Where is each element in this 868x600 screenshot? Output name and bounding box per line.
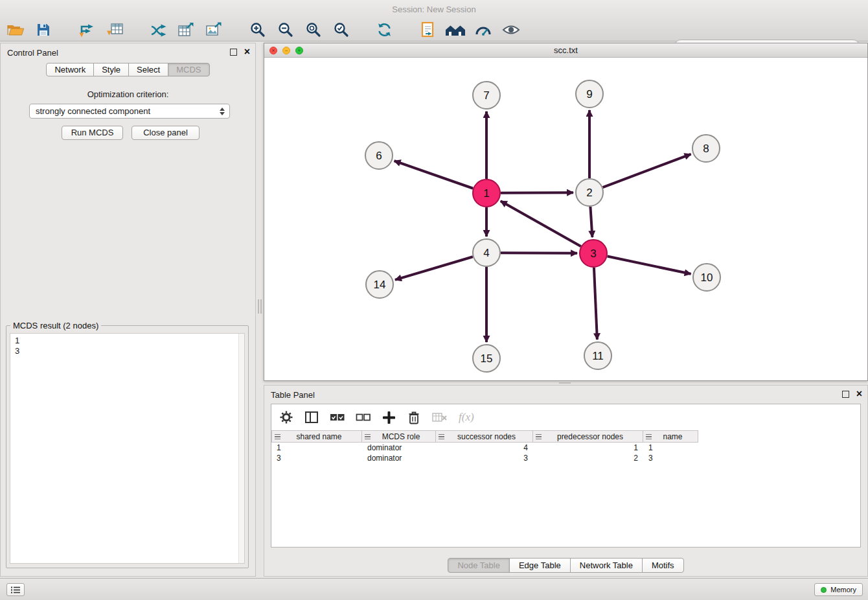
- window-titlebar: Session: New Session: [0, 0, 868, 18]
- memory-button[interactable]: Memory: [814, 583, 863, 596]
- graph-node-label: 10: [701, 271, 713, 284]
- tab-select[interactable]: Select: [128, 63, 168, 76]
- column-type-icon: [275, 434, 280, 439]
- tab-mcds[interactable]: MCDS: [168, 63, 209, 76]
- zoom-selected-icon[interactable]: [330, 20, 351, 40]
- table-cell: 1: [271, 443, 362, 453]
- node-table-header: shared nameMCDS rolesuccessor nodesprede…: [271, 430, 860, 443]
- table-cell: 1: [643, 443, 698, 453]
- close-panel-icon[interactable]: ×: [244, 46, 250, 58]
- criterion-dropdown[interactable]: strongly connected component: [29, 104, 230, 119]
- close-window-icon[interactable]: ×: [269, 47, 277, 54]
- graph-edge-1-2[interactable]: [501, 192, 573, 193]
- export-table-icon[interactable]: [176, 20, 196, 40]
- copy-document-icon[interactable]: [417, 20, 438, 40]
- graph-edge-2-3[interactable]: [590, 207, 592, 237]
- zoom-in-icon[interactable]: [247, 20, 268, 40]
- column-header-name[interactable]: name: [643, 430, 698, 443]
- table-toolbar: f(x): [271, 404, 860, 430]
- window-title: Session: New Session: [392, 5, 475, 14]
- column-header-label: successor nodes: [444, 432, 532, 441]
- graph-node-label: 3: [590, 248, 596, 260]
- task-list-icon[interactable]: [6, 583, 25, 596]
- columns-icon[interactable]: [304, 410, 319, 425]
- tab-edge-table[interactable]: Edge Table: [509, 558, 571, 573]
- network-share-icon[interactable]: [148, 20, 168, 40]
- column-header-shared-name[interactable]: shared name: [271, 430, 362, 443]
- graph-node-label: 15: [481, 352, 493, 365]
- import-network-icon[interactable]: [76, 20, 97, 40]
- graph-node-label: 4: [483, 247, 489, 259]
- delete-table-icon[interactable]: [432, 410, 448, 425]
- column-header-successor-nodes[interactable]: successor nodes: [436, 430, 533, 443]
- function-icon[interactable]: f(x): [459, 410, 474, 425]
- add-column-icon[interactable]: [382, 410, 396, 425]
- column-header-mcds-role[interactable]: MCDS role: [362, 430, 436, 443]
- dropdown-arrows-icon: [218, 106, 227, 117]
- column-header-predecessor-nodes[interactable]: predecessor nodes: [533, 430, 643, 443]
- panel-splitter[interactable]: [257, 295, 262, 318]
- deselect-all-icon[interactable]: [356, 410, 371, 425]
- import-table-icon[interactable]: [104, 20, 125, 40]
- main-toolbar: [0, 18, 868, 41]
- tab-motifs[interactable]: Motifs: [642, 558, 684, 573]
- tab-network-table[interactable]: Network Table: [570, 558, 643, 573]
- column-header-label: name: [652, 432, 698, 441]
- run-mcds-button[interactable]: Run MCDS: [62, 126, 123, 140]
- zoom-fit-icon[interactable]: [303, 20, 323, 40]
- float-panel-icon[interactable]: [230, 49, 237, 56]
- table-cell: 3: [271, 453, 362, 463]
- mcds-result-listbox[interactable]: 1 3: [10, 333, 245, 564]
- home-network-icon[interactable]: [445, 20, 466, 40]
- graph-edge-1-6[interactable]: [394, 161, 474, 188]
- close-panel-button[interactable]: Close panel: [131, 126, 200, 140]
- graph-edge-4-14[interactable]: [395, 257, 473, 280]
- graph-edge-3-11[interactable]: [594, 268, 597, 340]
- column-header-label: predecessor nodes: [542, 432, 643, 441]
- network-window-titlebar[interactable]: × − + scc.txt: [264, 43, 867, 58]
- result-scrollbar[interactable]: [238, 334, 244, 563]
- zoom-out-icon[interactable]: [275, 20, 295, 40]
- table-row[interactable]: 1dominator411: [271, 443, 860, 453]
- table-row[interactable]: 3dominator323: [271, 453, 860, 463]
- table-cell: dominator: [362, 453, 436, 463]
- node-table-card: f(x) shared nameMCDS rolesuccessor nodes…: [271, 404, 861, 548]
- export-image-icon[interactable]: [203, 20, 224, 40]
- delete-column-icon[interactable]: [407, 410, 421, 425]
- table-panel: Table Panel ×: [264, 385, 868, 577]
- memory-label: Memory: [830, 586, 856, 594]
- network-canvas[interactable]: 1234678910111415: [264, 58, 867, 380]
- table-cell: dominator: [362, 443, 436, 453]
- minimize-window-icon[interactable]: −: [282, 47, 290, 54]
- tab-network[interactable]: Network: [46, 63, 94, 76]
- graph-edge-2-8[interactable]: [603, 154, 691, 187]
- table-cell: 2: [533, 453, 643, 463]
- tab-node-table[interactable]: Node Table: [448, 558, 510, 573]
- graph-edge-4-3[interactable]: [501, 253, 577, 253]
- graph-edge-3-1[interactable]: [501, 201, 581, 246]
- table-cell: 1: [533, 443, 643, 453]
- close-table-panel-icon[interactable]: ×: [856, 388, 862, 400]
- mcds-result-title: MCDS result (2 nodes): [10, 321, 101, 330]
- optimization-criterion-label: Optimization criterion:: [1, 89, 255, 99]
- column-type-icon: [365, 434, 371, 439]
- window-controls: × − +: [269, 47, 308, 54]
- criterion-dropdown-value: strongly connected component: [36, 106, 150, 116]
- tab-style[interactable]: Style: [93, 63, 129, 76]
- settings-gear-icon[interactable]: [279, 410, 293, 425]
- eye-icon[interactable]: [501, 20, 521, 40]
- select-all-icon[interactable]: [330, 410, 345, 425]
- refresh-icon[interactable]: [374, 20, 394, 40]
- graph-edge-3-10[interactable]: [608, 257, 691, 274]
- gauge-icon[interactable]: [473, 20, 494, 40]
- graph-node-label: 7: [483, 89, 489, 102]
- graph-node-label: 1: [483, 187, 489, 200]
- graph-node-label: 6: [376, 150, 382, 162]
- mcds-result-group: MCDS result (2 nodes) 1 3: [6, 321, 249, 568]
- float-table-panel-icon[interactable]: [842, 391, 849, 398]
- node-table-body: 1dominator4113dominator323: [271, 443, 860, 463]
- save-icon[interactable]: [33, 20, 54, 40]
- zoom-window-icon[interactable]: +: [295, 47, 303, 54]
- open-folder-icon[interactable]: [5, 20, 26, 40]
- table-panel-title: Table Panel: [271, 390, 315, 400]
